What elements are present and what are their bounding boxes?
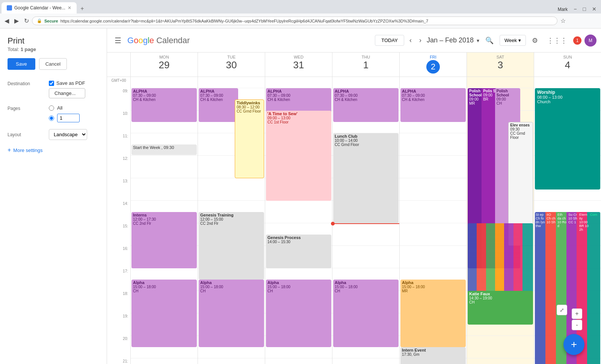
sun-column: Worship 08:00 – 13:00 Church St ep Ch fo… [534,77,601,364]
day-name-sun: Sun [534,55,601,59]
forward-btn[interactable]: ▶ [12,16,21,26]
avatar[interactable]: M [584,35,596,47]
day-name-fri: Fri [400,55,467,59]
maximize-btn[interactable]: □ [580,5,589,14]
fab-add-btn[interactable]: + [563,334,584,355]
day-header-fri[interactable]: Fri 2 [399,53,467,77]
day-headers-row: Mon 29 Tue 30 Wed 31 Thu 1 Fri 2 [107,53,601,77]
day-num-sun[interactable]: 4 [534,59,601,71]
event-wed-alpha2[interactable]: Alpha 15:00 – 18:00 CH [266,280,331,347]
custom-pages-radio[interactable] [49,116,54,121]
event-sun-worship[interactable]: Worship 08:00 – 13:00 Church [535,88,600,190]
destination-group: Destination Save as PDF Change... [8,80,99,98]
day-header-mon[interactable]: Mon 29 [130,53,198,77]
more-settings-btn[interactable]: + More settings [8,147,99,153]
day-header-sun[interactable]: Sun 4 [534,53,601,77]
save-as-pdf-checkbox[interactable] [49,81,54,86]
minimize-btn[interactable]: − [571,5,580,14]
event-tue-alpha2[interactable]: Alpha 15:00 – 18:00 CH [199,280,264,347]
save-button[interactable]: Save [8,58,35,70]
notification-btn[interactable]: 1 [573,36,581,45]
address-bar[interactable]: 🔒 Secure https://calendar.google.com/cal… [32,17,557,25]
day-header-tue[interactable]: Tue 30 [198,53,265,77]
new-tab-btn[interactable]: + [77,4,88,14]
prev-arrow[interactable]: ‹ [407,34,414,47]
time-label-12: 12: [107,156,130,178]
date-dropdown-btn[interactable]: ▾ [477,38,479,44]
zoom-in-btn[interactable]: + [572,308,582,319]
day-num-tue[interactable]: 30 [198,59,265,71]
event-fri-intern[interactable]: Intern Event 17:30, Gm [400,347,466,364]
day-num-fri[interactable]: 2 [426,60,440,74]
event-mon-interns[interactable]: Interns 12:00 – 17:30 CC 2nd Flr [131,212,197,268]
cancel-button[interactable]: Cancel [39,58,67,70]
layout-select[interactable]: Landscape Portrait [49,129,87,140]
day-header-sat[interactable]: Sat 3 [467,53,534,77]
thu-column: ALPHA 07:30 – 09:00 CH & Kitchen Lunch C… [332,77,399,364]
event-fri-alpha2[interactable]: Alpha 15:00 – 18:00 MR [400,280,466,347]
print-title: Print [8,36,99,46]
day-header-thu[interactable]: Thu 1 [332,53,399,77]
day-num-mon[interactable]: 29 [131,59,198,71]
close-btn[interactable]: ✕ [589,5,599,14]
day-name-thu: Thu [332,55,399,59]
wed-column: ALPHA 07:30 – 09:00 CH & Kitchen 'A Time… [265,77,332,364]
layout-group: Layout Landscape Portrait [8,129,99,140]
reload-btn[interactable]: ↻ [22,16,31,26]
event-fri-alpha[interactable]: ALPHA 07:30 – 09:00 CH & Kitchen [400,88,466,122]
event-tue-alpha[interactable]: ALPHA 07:30 – 09:00 CH & Kitchen [199,88,238,122]
page-number-input[interactable]: 1 [57,114,80,122]
back-btn[interactable]: ◀ [2,16,11,26]
event-mon-startweek[interactable]: Start the Week , 09:30 [131,144,197,155]
all-pages-row: All [49,105,80,111]
time-label-16: 16: [107,246,130,268]
change-button[interactable]: Change... [49,88,85,98]
time-labels-col: GMT+00 09: 10: 11: 12: 13: 14: 15: 16: 1… [107,77,130,364]
search-btn[interactable]: 🔍 [482,33,497,48]
time-label-10: 10: [107,111,130,133]
event-mon-alpha2[interactable]: Alpha 15:00 – 18:00 CH [131,280,197,347]
save-as-pdf-label: Save as PDF [56,80,85,86]
apps-btn[interactable]: ⋮⋮⋮ [544,33,570,48]
day-num-wed[interactable]: 31 [265,59,332,71]
time-label-11: 11: [107,133,130,156]
event-sat-katie[interactable]: Katie Faux 14:30 – 19:00 CH [468,291,533,325]
day-num-sat[interactable]: 3 [467,59,534,71]
today-btn[interactable]: TODAY [375,35,404,46]
event-thu-alpha2[interactable]: Alpha 15:00 – 18:00 CH [333,280,399,347]
next-arrow[interactable]: › [417,34,424,47]
event-wed-genesis[interactable]: Genesis Process 14:00 – 15:30 [266,235,331,268]
bookmark-btn[interactable]: ☆ [558,16,568,26]
tab-close-icon[interactable]: ✕ [68,5,71,11]
tab-favicon [7,5,12,11]
total-value: 1 page [21,47,36,52]
day-name-sat: Sat [467,55,534,59]
custom-pages-row: 1 [49,114,80,122]
event-tue-genesis[interactable]: Genesis Training 12:00 – 15:00 CC 2nd Fl… [199,212,264,280]
url-text[interactable]: https://calendar.google.com/calendar/r?t… [60,19,553,23]
settings-btn[interactable]: ⚙ [529,33,541,48]
scroll-area[interactable]: GMT+00 09: 10: 11: 12: 13: 14: 15: 16: 1… [107,77,601,364]
day-header-wed[interactable]: Wed 31 [265,53,332,77]
zoom-controls: + - [572,308,582,330]
event-tue-tiddlywinks[interactable]: Tiddlywinks 08:30 – 12:00 CC Grnd Floor [235,99,264,178]
zoom-out-btn[interactable]: - [572,320,582,330]
week-label: Week [504,38,517,43]
layout-label: Layout [8,132,49,137]
tue-column: ALPHA 07:30 – 09:00 CH & Kitchen Tiddlyw… [198,77,265,364]
gmt-label: GMT+00 [107,77,130,88]
time-label-19: 19: [107,313,130,336]
week-dropdown[interactable]: Week ▾ [500,35,526,46]
active-tab[interactable]: Google Calendar - Wee... ✕ [2,2,77,14]
event-thu-alpha[interactable]: ALPHA 07:30 – 09:00 CH & Kitchen [333,88,399,122]
all-pages-radio[interactable] [49,105,54,111]
browser-user: Mark [555,5,571,14]
event-thu-lunch[interactable]: Lunch Club 10:00 – 14:00 CC Grnd Floor [333,133,399,223]
hamburger-btn[interactable]: ☰ [112,33,124,48]
destination-label: Destination [8,80,49,86]
event-mon-alpha[interactable]: ALPHA 07:30 – 09:00 CH & Kitchen [131,88,197,122]
mon-column: ALPHA 07:30 – 09:00 CH & Kitchen Start t… [130,77,198,364]
event-wed-sew[interactable]: 'A Time to Sew' 09:00 – 13:00 CC 1st Flo… [266,111,331,201]
expand-btn[interactable]: ⤢ [557,305,567,315]
day-num-thu[interactable]: 1 [332,59,399,71]
